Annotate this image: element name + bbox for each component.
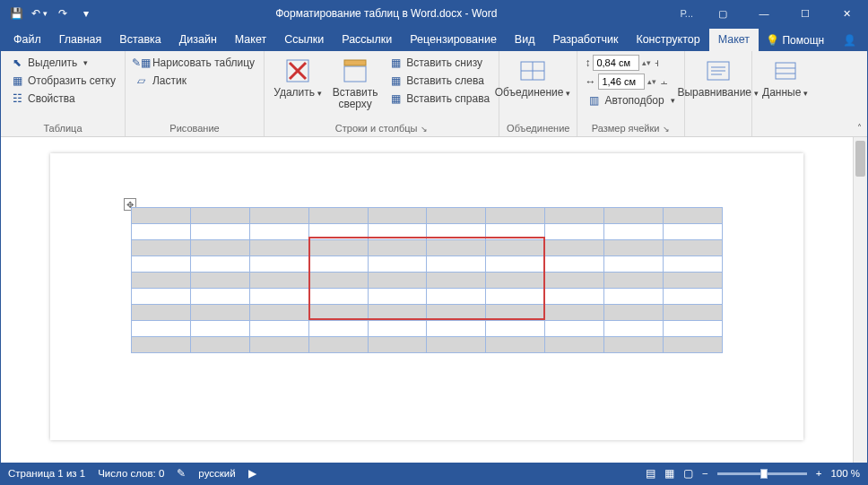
- redo-icon: ↷: [58, 7, 67, 20]
- tab-review[interactable]: Рецензирование: [401, 29, 506, 51]
- table-row[interactable]: [132, 256, 723, 273]
- data-label: Данные: [762, 87, 808, 99]
- merge-icon: [518, 56, 547, 85]
- select-button[interactable]: ⬉Выделить: [8, 55, 117, 71]
- alignment-button[interactable]: Выравнивание: [692, 55, 744, 132]
- status-words[interactable]: Число слов: 0: [98, 468, 164, 479]
- tab-home[interactable]: Главная: [50, 29, 111, 51]
- tab-table-design[interactable]: Конструктор: [627, 29, 708, 51]
- group-alignment-label: [692, 132, 744, 134]
- document-scroll[interactable]: ✥: [1, 137, 853, 463]
- share-button[interactable]: 👤: [836, 30, 864, 51]
- undo-button[interactable]: ↶: [30, 4, 49, 23]
- minimize-button[interactable]: —: [743, 1, 785, 26]
- view-gridlines-button[interactable]: ▦Отобразить сетку: [8, 73, 117, 89]
- undo-icon: ↶: [31, 7, 40, 20]
- tab-layout[interactable]: Макет: [226, 29, 275, 51]
- table-row[interactable]: [132, 208, 723, 224]
- data-button[interactable]: Данные: [760, 55, 812, 132]
- group-merge-label: Объединение: [507, 121, 569, 134]
- status-macro[interactable]: ▶: [248, 467, 256, 480]
- table-row[interactable]: [132, 305, 723, 321]
- properties-label: Свойства: [28, 92, 75, 105]
- collapse-ribbon[interactable]: ˄: [857, 123, 862, 133]
- autofit-label: Автоподбор: [604, 94, 664, 107]
- table-row[interactable]: [132, 224, 723, 240]
- col-width-field[interactable]: ↔ ▴▾ ⫠: [585, 74, 676, 90]
- delete-icon: [283, 56, 312, 85]
- alignment-icon: [704, 56, 733, 85]
- svg-rect-12: [776, 63, 795, 79]
- vertical-scrollbar[interactable]: [853, 137, 867, 463]
- col-width-input[interactable]: [598, 74, 645, 90]
- tab-insert[interactable]: Вставка: [110, 29, 169, 51]
- distribute-rows-icon[interactable]: ⫞: [654, 56, 659, 69]
- spinner-icon[interactable]: ▴▾: [647, 77, 656, 86]
- select-label: Выделить: [28, 56, 77, 69]
- redo-button[interactable]: ↷: [53, 4, 73, 23]
- view-web-layout[interactable]: ▢: [683, 467, 693, 480]
- tab-mailings[interactable]: Рассылки: [333, 29, 401, 51]
- status-proofing[interactable]: ✎: [177, 467, 186, 480]
- close-button[interactable]: ✕: [826, 1, 867, 26]
- row-height-icon: ↕: [585, 56, 590, 69]
- group-data-label: [760, 132, 812, 134]
- cursor-icon: ⬉: [10, 56, 24, 70]
- tab-design[interactable]: Дизайн: [170, 29, 226, 51]
- svg-rect-4: [344, 60, 366, 65]
- insert-left-label: Вставить слева: [406, 74, 484, 87]
- row-height-field[interactable]: ↕ ▴▾ ⫞: [585, 55, 676, 71]
- zoom-level[interactable]: 100 %: [830, 468, 860, 479]
- status-page[interactable]: Страница 1 из 1: [8, 468, 85, 479]
- save-button[interactable]: 💾: [6, 4, 26, 23]
- tab-file[interactable]: Файл: [4, 29, 50, 51]
- properties-button[interactable]: ☷Свойства: [8, 91, 117, 107]
- insert-above-button[interactable]: Вставить сверху: [329, 55, 381, 121]
- insert-above-icon: [341, 56, 369, 85]
- zoom-out[interactable]: −: [702, 468, 708, 479]
- word-table[interactable]: [131, 207, 723, 353]
- account-name[interactable]: Р...: [672, 8, 702, 19]
- table-row[interactable]: [132, 273, 723, 289]
- table-row[interactable]: [132, 240, 723, 256]
- grid-icon: ▦: [10, 74, 24, 88]
- tab-developer[interactable]: Разработчик: [543, 29, 627, 51]
- tab-view[interactable]: Вид: [506, 29, 544, 51]
- distribute-cols-icon[interactable]: ⫠: [659, 75, 670, 88]
- status-language[interactable]: русский: [198, 468, 235, 479]
- table-row[interactable]: [132, 321, 723, 337]
- tab-references[interactable]: Ссылки: [275, 29, 333, 51]
- view-print-layout[interactable]: ▦: [664, 467, 674, 480]
- tell-me[interactable]: 💡 Помощн: [759, 30, 831, 51]
- row-height-input[interactable]: [593, 55, 639, 71]
- rows-cols-launcher[interactable]: ↘: [417, 125, 428, 134]
- cellsize-launcher[interactable]: ↘: [659, 125, 670, 134]
- scrollbar-thumb[interactable]: [855, 141, 865, 177]
- insert-right-icon: ▦: [388, 91, 403, 106]
- table-row[interactable]: [132, 289, 723, 305]
- draw-table-button[interactable]: ✎▦Нарисовать таблицу: [133, 55, 256, 71]
- insert-right-button[interactable]: ▦Вставить справа: [386, 91, 491, 107]
- insert-below-button[interactable]: ▦Вставить снизу: [386, 55, 491, 71]
- zoom-in[interactable]: +: [816, 468, 822, 479]
- window-title: Форматирование таблиц в Word.docx - Word: [101, 7, 672, 20]
- spinner-icon[interactable]: ▴▾: [642, 58, 651, 67]
- table-row[interactable]: [132, 337, 723, 353]
- group-rows-columns-label: Строки и столбцы: [335, 123, 418, 134]
- merge-button[interactable]: Объединение: [507, 55, 559, 121]
- tab-table-layout[interactable]: Макет: [709, 29, 759, 51]
- zoom-thumb[interactable]: [760, 469, 768, 479]
- ribbon-display-options[interactable]: ▢: [702, 1, 743, 26]
- eraser-button[interactable]: ▱Ластик: [133, 73, 256, 89]
- zoom-slider[interactable]: [717, 472, 807, 475]
- autofit-button[interactable]: ▥Автоподбор: [585, 92, 676, 108]
- insert-left-button[interactable]: ▦Вставить слева: [386, 73, 491, 89]
- view-read-mode[interactable]: ▤: [646, 467, 655, 480]
- eraser-icon: ▱: [135, 74, 149, 88]
- group-cell-size: ↕ ▴▾ ⫞ ↔ ▴▾ ⫠ ▥Автоподбор Размер ячейки↘: [577, 51, 684, 136]
- qat-customize[interactable]: ▾: [76, 4, 96, 23]
- delete-button[interactable]: Удалить: [272, 55, 324, 121]
- ribbon: ⬉Выделить ▦Отобразить сетку ☷Свойства Та…: [1, 51, 867, 137]
- maximize-button[interactable]: ☐: [785, 1, 826, 26]
- insert-left-icon: ▦: [388, 74, 403, 88]
